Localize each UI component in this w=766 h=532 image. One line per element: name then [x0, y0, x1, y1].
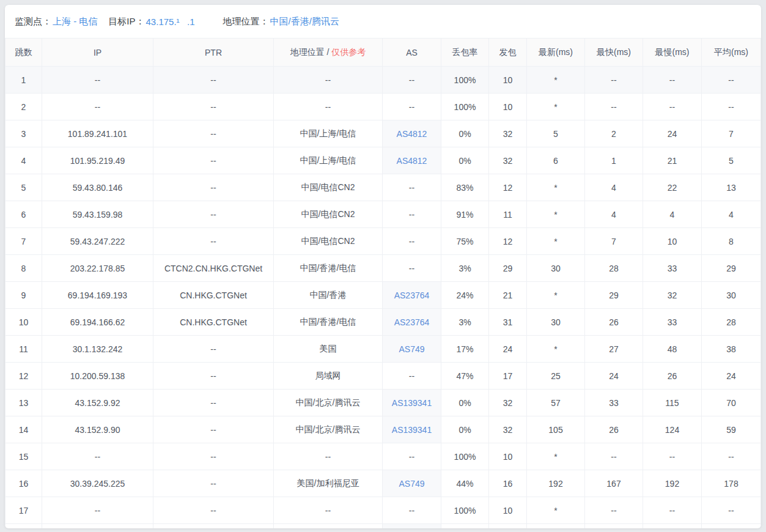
cell-loss: 0%: [441, 147, 489, 174]
cell-slowest: 10: [643, 228, 702, 255]
col-header-as: AS: [383, 39, 441, 67]
cell-as: --: [383, 201, 441, 228]
cell-slowest: 21: [643, 147, 702, 174]
cell-sent: 17: [489, 363, 527, 390]
cell-as: AS139341: [383, 416, 441, 443]
cell-location: 中国/电信CN2: [274, 174, 383, 201]
as-link[interactable]: AS139341: [392, 425, 432, 435]
as-link[interactable]: AS23764: [394, 290, 430, 300]
cell-latest: *: [527, 94, 585, 120]
geo-location-group: 地理位置： 中国/香港/腾讯云: [223, 16, 339, 28]
cell-ptr: --: [153, 497, 274, 524]
geo-location-label: 地理位置：: [223, 16, 269, 28]
cell-ip: 43.152.9.92: [42, 390, 153, 416]
cell-fastest: 2: [585, 120, 643, 147]
cell-location: 中国/电信CN2: [274, 228, 383, 255]
as-link[interactable]: AS4812: [397, 156, 427, 166]
cell-sent: 16: [489, 470, 527, 497]
cell-latest: *: [527, 497, 585, 524]
cell-slowest: --: [643, 443, 702, 470]
cell-ptr: --: [153, 120, 274, 147]
cell-sent: 32: [489, 147, 527, 174]
cell-location: --: [274, 67, 383, 94]
table-row: 3101.89.241.101--中国/上海/电信AS48120%3252247: [6, 120, 761, 147]
cell-ip: 30.1.132.242: [42, 336, 153, 363]
cell-fastest: --: [585, 443, 643, 470]
col-header-sent: 发包: [489, 39, 527, 67]
cell-ptr: --: [153, 416, 274, 443]
as-link[interactable]: AS4812: [397, 129, 427, 139]
col-header-fastest: 最快(ms): [585, 39, 643, 67]
cell-ip: 43.152.9.90: [42, 416, 153, 443]
cell-location: 中国/北京/腾讯云: [274, 416, 383, 443]
cell-loss: 3%: [441, 255, 489, 282]
cell-avg: 28: [702, 309, 761, 336]
cell-loss: 100%: [441, 497, 489, 524]
cell-slowest: 4: [643, 201, 702, 228]
cell-as: AS4812: [383, 147, 441, 174]
cell-hop: 1: [6, 67, 42, 94]
table-row: 1630.39.245.225--美国/加利福尼亚AS74944%1619216…: [6, 470, 761, 497]
cell-ptr: --: [153, 228, 274, 255]
cell-avg: 70: [702, 390, 761, 416]
cell-as: AS23764: [383, 282, 441, 309]
cell-latest: 57: [527, 390, 585, 416]
cell-latest: 30: [527, 255, 585, 282]
cell-location: --: [274, 443, 383, 470]
cell-slowest: --: [643, 497, 702, 524]
cell-slowest: 26: [643, 363, 702, 390]
cell-avg: 178: [702, 470, 761, 497]
cell-avg: 4: [702, 201, 761, 228]
cell-slowest: --: [643, 94, 702, 120]
table-row: 1130.1.132.242--美国AS74917%24*274838: [6, 336, 761, 363]
cell-hop: 9: [6, 282, 42, 309]
cell-hop: 13: [6, 390, 42, 416]
monitor-point-link[interactable]: 上海 - 电信: [53, 16, 97, 28]
table-row: 969.194.169.193CN.HKG.CTGNet中国/香港AS23764…: [6, 282, 761, 309]
cell-sent: 21: [489, 282, 527, 309]
cell-ip: --: [42, 67, 153, 94]
cell-sent: 11: [489, 201, 527, 228]
cell-latest: *: [527, 336, 585, 363]
cell-ip: 69.194.169.193: [42, 282, 153, 309]
cell-location: 美国/加利福尼亚: [274, 470, 383, 497]
as-link[interactable]: AS749: [399, 479, 424, 489]
cell-latest: 5: [527, 120, 585, 147]
cell-slowest: --: [643, 67, 702, 94]
target-ip-link[interactable]: 43.175.¹ .1: [146, 17, 195, 27]
header-row: 跳数IPPTR地理位置 / 仅供参考AS丢包率发包最新(ms)最快(ms)最慢(…: [6, 39, 761, 67]
col-header-location-text: 地理位置 /: [290, 47, 332, 57]
cell-avg: --: [702, 443, 761, 470]
cell-avg: 5: [702, 147, 761, 174]
cell-location: 局域网: [274, 363, 383, 390]
cell-slowest: 33: [643, 524, 702, 529]
cell-as: AS23764: [383, 309, 441, 336]
cell-latest: *: [527, 201, 585, 228]
cell-as: --: [383, 228, 441, 255]
table-row: 4101.95.219.49--中国/上海/电信AS48120%3261215: [6, 147, 761, 174]
cell-hop: 11: [6, 336, 42, 363]
cell-hop: 4: [6, 147, 42, 174]
summary-bar: 监测点： 上海 - 电信 目标IP： 43.175.¹ .1 地理位置： 中国/…: [5, 5, 761, 38]
cell-loss: 17%: [441, 336, 489, 363]
cell-ptr: --: [153, 336, 274, 363]
cell-hop: 12: [6, 363, 42, 390]
cell-ip: --: [42, 443, 153, 470]
cell-hop: 18: [6, 524, 42, 529]
table-row: 15--------100%10*------: [6, 443, 761, 470]
as-link[interactable]: AS139341: [392, 398, 432, 408]
cell-slowest: 24: [643, 120, 702, 147]
cell-loss: 0%: [441, 524, 489, 529]
cell-ptr: --: [153, 94, 274, 120]
cell-fastest: 7: [585, 228, 643, 255]
cell-sent: 24: [489, 336, 527, 363]
as-link[interactable]: AS749: [399, 344, 424, 354]
cell-fastest: 26: [585, 309, 643, 336]
cell-loss: 47%: [441, 363, 489, 390]
cell-latest: 25: [527, 363, 585, 390]
cell-avg: 29: [702, 255, 761, 282]
target-ip-label: 目标IP：: [108, 16, 144, 28]
geo-location-link[interactable]: 中国/香港/腾讯云: [270, 16, 339, 28]
cell-sent: 10: [489, 67, 527, 94]
as-link[interactable]: AS23764: [394, 317, 430, 327]
